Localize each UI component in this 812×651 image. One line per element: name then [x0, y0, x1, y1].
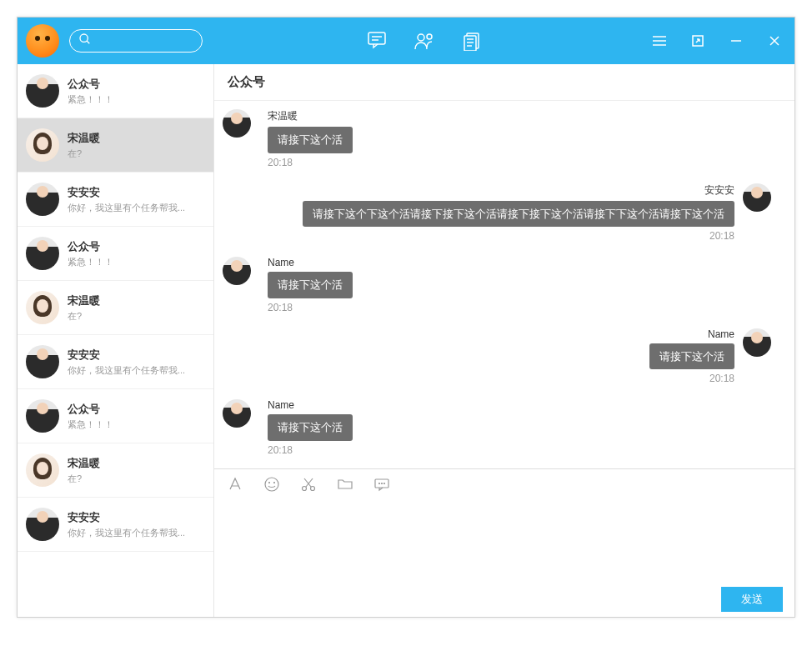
- message-input[interactable]: [226, 505, 783, 575]
- message-bubble: 请接下这个活: [268, 414, 353, 441]
- editor-toolbar: [214, 468, 794, 498]
- app-body: 公众号紧急！！！宋温暖在?安安安你好，我这里有个任务帮我...公众号紧急！！！宋…: [18, 64, 794, 617]
- search-icon: [78, 33, 92, 49]
- contact-name: 安安安: [68, 510, 205, 525]
- contact-name: 公众号: [68, 402, 205, 417]
- message-time: 20:18: [268, 157, 353, 168]
- contact-item[interactable]: 宋温暖在?: [18, 443, 213, 498]
- message-row: Name请接下这个活20:18: [223, 257, 779, 313]
- avatar: [26, 508, 59, 541]
- send-button[interactable]: 发送: [721, 587, 783, 612]
- avatar: [223, 109, 251, 138]
- contacts-tab-icon[interactable]: [414, 29, 437, 53]
- contact-item[interactable]: 公众号紧急！！！: [18, 64, 213, 118]
- chat-area: 公众号 宋温暖请接下这个活20:18安安安请接下这个下这个活请接下接下这个活请接…: [214, 64, 794, 617]
- chat-tab-icon[interactable]: [367, 29, 390, 53]
- message-sender: 安安安: [704, 183, 734, 198]
- svg-line-25: [304, 478, 311, 487]
- contact-item[interactable]: 公众号紧急！！！: [18, 389, 213, 443]
- contact-info: 安安安你好，我这里有个任务帮我...: [68, 510, 205, 539]
- contact-info: 宋温暖在?: [68, 293, 205, 323]
- contact-name: 安安安: [68, 185, 205, 200]
- contact-preview: 紧急！！！: [68, 418, 205, 431]
- contact-item[interactable]: 宋温暖在?: [18, 281, 213, 335]
- message-bubble: 请接下这个活: [268, 272, 353, 298]
- svg-point-0: [80, 34, 88, 42]
- contact-name: 安安安: [68, 348, 205, 363]
- message-time: 20:18: [268, 302, 353, 313]
- contact-item[interactable]: 安安安你好，我这里有个任务帮我...: [18, 173, 213, 227]
- message-content: Name请接下这个活20:18: [649, 328, 734, 385]
- avatar: [223, 399, 251, 428]
- message-time: 20:18: [709, 230, 734, 242]
- menu-icon[interactable]: [648, 29, 671, 53]
- font-icon[interactable]: [226, 475, 244, 493]
- contact-name: 公众号: [68, 239, 205, 254]
- contact-preview: 紧急！！！: [68, 93, 205, 106]
- avatar: [26, 237, 59, 270]
- contact-info: 宋温暖在?: [68, 131, 205, 160]
- window-controls: [648, 29, 786, 53]
- contact-name: 宋温暖: [68, 293, 205, 308]
- contact-name: 宋温暖: [68, 456, 205, 471]
- svg-point-29: [384, 483, 385, 483]
- minimize-icon[interactable]: [724, 29, 748, 53]
- maximize-icon[interactable]: [686, 29, 709, 53]
- message-sender: Name: [268, 399, 353, 411]
- avatar: [26, 128, 59, 162]
- avatar: [26, 345, 59, 378]
- svg-line-24: [306, 478, 313, 487]
- avatar: [26, 291, 59, 324]
- message-bubble: 请接下这个下这个活请接下接下这个活请接下接下这个活请接下下这个活请接下这个活: [303, 201, 734, 228]
- message-row: 安安安请接下这个下这个活请接下接下这个活请接下接下这个活请接下下这个活请接下这个…: [223, 183, 779, 243]
- message-content: Name请接下这个活20:18: [268, 399, 353, 456]
- avatar: [743, 183, 771, 212]
- titlebar: [18, 18, 794, 64]
- contact-item[interactable]: 安安安你好，我这里有个任务帮我...: [18, 498, 213, 552]
- contact-sidebar[interactable]: 公众号紧急！！！宋温暖在?安安安你好，我这里有个任务帮我...公众号紧急！！！宋…: [18, 64, 214, 617]
- search-input[interactable]: [97, 35, 193, 48]
- emoji-icon[interactable]: [263, 475, 281, 493]
- message-row: Name请接下这个活20:18: [223, 328, 779, 385]
- message-bubble: 请接下这个活: [649, 343, 734, 370]
- avatar: [223, 257, 251, 285]
- avatar: [26, 399, 59, 433]
- message-bubble: 请接下这个活: [268, 127, 353, 153]
- svg-point-28: [382, 483, 383, 483]
- message-icon[interactable]: [373, 475, 391, 493]
- avatar: [26, 183, 59, 216]
- contact-info: 公众号紧急！！！: [68, 402, 205, 431]
- chat-title: 公众号: [214, 64, 794, 101]
- contact-item[interactable]: 安安安你好，我这里有个任务帮我...: [18, 335, 213, 389]
- contact-preview: 在?: [68, 473, 205, 485]
- scissors-icon[interactable]: [299, 475, 318, 493]
- message-content: 安安安请接下这个下这个活请接下接下这个活请接下接下这个活请接下下这个活请接下这个…: [303, 183, 734, 243]
- avatar: [26, 453, 59, 487]
- contact-name: 公众号: [68, 77, 205, 92]
- contact-item[interactable]: 公众号紧急！！！: [18, 227, 213, 281]
- titlebar-tabs: [203, 29, 648, 53]
- message-list[interactable]: 宋温暖请接下这个活20:18安安安请接下这个下这个活请接下接下这个活请接下接下这…: [214, 101, 794, 468]
- contact-item[interactable]: 宋温暖在?: [18, 118, 213, 173]
- contact-preview: 你好，我这里有个任务帮我...: [68, 527, 205, 539]
- send-bar: 发送: [214, 582, 794, 617]
- message-row: 宋温暖请接下这个活20:18: [223, 109, 779, 168]
- message-sender: 宋温暖: [268, 109, 353, 123]
- contact-info: 安安安你好，我这里有个任务帮我...: [68, 185, 205, 214]
- files-tab-icon[interactable]: [460, 29, 484, 53]
- svg-point-27: [379, 483, 380, 483]
- folder-icon[interactable]: [336, 475, 354, 493]
- app-logo: [26, 24, 59, 58]
- svg-point-6: [427, 34, 432, 39]
- svg-point-19: [265, 478, 278, 491]
- message-row: Name请接下这个活20:18: [223, 399, 779, 456]
- contact-preview: 在?: [68, 148, 205, 160]
- avatar: [26, 74, 59, 108]
- svg-point-20: [269, 482, 270, 483]
- close-icon[interactable]: [763, 29, 786, 53]
- message-time: 20:18: [268, 444, 353, 456]
- app-window: 公众号紧急！！！宋温暖在?安安安你好，我这里有个任务帮我...公众号紧急！！！宋…: [17, 17, 795, 618]
- avatar: [743, 328, 771, 357]
- contact-info: 公众号紧急！！！: [68, 77, 205, 106]
- search-box[interactable]: [69, 29, 203, 53]
